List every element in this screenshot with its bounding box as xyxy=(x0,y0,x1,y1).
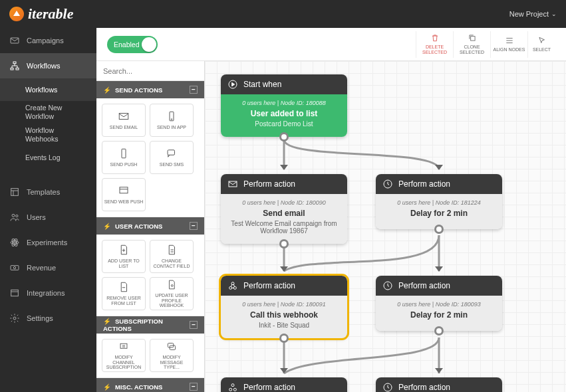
svg-rect-27 xyxy=(229,181,237,187)
node-bottom-2[interactable]: Perform action xyxy=(376,377,502,392)
tile-modify-channel[interactable]: MODIFY CHANNEL SUBSCRIPTION xyxy=(102,339,146,372)
section-user-actions[interactable]: ⚡USER ACTIONS − xyxy=(96,217,204,235)
clock-icon xyxy=(382,280,393,291)
tile-modify-msgtype[interactable]: MODIFY MESSAGE TYPE... xyxy=(150,339,194,372)
sidebar-item-workflows[interactable]: Workflows xyxy=(0,53,96,78)
money-icon xyxy=(9,262,20,273)
svg-rect-23 xyxy=(120,343,127,348)
clock-icon xyxy=(382,382,393,392)
play-icon xyxy=(227,79,238,90)
sidebar-label: Revenue xyxy=(27,264,56,272)
tile-change-contact[interactable]: CHANGE CONTACT FIELD xyxy=(150,240,194,273)
node-bottom-1[interactable]: Perform action xyxy=(221,377,347,392)
bolt-icon: ⚡ xyxy=(103,86,111,94)
envelope-icon xyxy=(227,179,238,189)
svg-point-14 xyxy=(13,317,16,320)
tile-send-sms[interactable]: SEND SMS xyxy=(150,141,194,174)
collapse-icon[interactable]: − xyxy=(190,222,198,230)
sidebar-sub-eventslog[interactable]: Events Log xyxy=(0,146,96,169)
clone-selected-button[interactable]: CLONE SELECTED xyxy=(453,31,490,58)
svg-rect-2 xyxy=(11,68,13,70)
collapse-icon[interactable]: − xyxy=(190,383,198,391)
port-out[interactable] xyxy=(279,334,289,343)
svg-rect-4 xyxy=(11,189,19,196)
toolbar-actions: DELETE SELECTED CLONE SELECTED ALIGN NOD… xyxy=(416,31,555,58)
sidebar-item-users[interactable]: Users xyxy=(0,205,96,230)
enabled-toggle[interactable]: Enabled xyxy=(107,36,158,53)
tile-update-profile[interactable]: UPDATE USER PROFILE WEBHOOK xyxy=(150,277,194,310)
svg-point-22 xyxy=(171,284,173,286)
section-subscription-actions[interactable]: ⚡SUBSCRIPTION ACTIONS − xyxy=(96,316,204,334)
node-delay-1[interactable]: Perform action 0 users here | Node ID: 1… xyxy=(376,174,502,229)
sidebar-item-experiments[interactable]: Experiments xyxy=(0,230,96,255)
svg-point-7 xyxy=(14,242,16,244)
clock-icon xyxy=(382,179,393,189)
sidebar-sub-create[interactable]: Create New Workflow xyxy=(0,101,96,124)
arrow-icon xyxy=(280,266,288,272)
section-send-actions[interactable]: ⚡SEND ACTIONS − xyxy=(96,81,204,98)
svg-rect-17 xyxy=(170,112,174,121)
sidebar-sub-workflows[interactable]: Workflows xyxy=(0,78,96,101)
svg-rect-11 xyxy=(11,266,19,270)
project-dropdown[interactable]: New Project ⌄ xyxy=(509,10,557,18)
tile-send-web-push[interactable]: SEND WEB PUSH xyxy=(102,178,146,211)
node-header: Start when xyxy=(221,74,347,94)
port-out[interactable] xyxy=(279,132,289,142)
send-actions-tiles: SEND EMAIL SEND IN APP SEND PUSH SEND SM… xyxy=(96,98,204,217)
templates-icon xyxy=(9,187,20,197)
tile-send-email[interactable]: SEND EMAIL xyxy=(102,104,146,137)
svg-point-18 xyxy=(171,119,172,120)
port-out[interactable] xyxy=(279,239,289,248)
delete-selected-button[interactable]: DELETE SELECTED xyxy=(416,31,453,58)
svg-rect-3 xyxy=(16,68,19,70)
node-webhook[interactable]: Perform action 0 users here | Node ID: 1… xyxy=(221,276,347,338)
svg-rect-20 xyxy=(168,150,175,155)
node-send-email[interactable]: Perform action 0 users here | Node ID: 1… xyxy=(221,174,347,244)
sidebar-item-campaigns[interactable]: Campaigns xyxy=(0,28,96,53)
svg-point-6 xyxy=(16,215,18,217)
workflow-canvas[interactable]: Start when 0 users here | Node ID: 18008… xyxy=(205,61,566,392)
select-button[interactable]: SELECT xyxy=(527,31,555,58)
collapse-icon[interactable]: − xyxy=(190,86,198,94)
arrow-icon xyxy=(435,266,443,272)
bolt-icon: ⚡ xyxy=(103,383,111,391)
copy-icon xyxy=(468,33,477,43)
chevron-down-icon: ⌄ xyxy=(551,11,557,17)
svg-point-5 xyxy=(12,214,15,217)
node-start[interactable]: Start when 0 users here | Node ID: 18008… xyxy=(221,74,347,137)
section-misc-actions[interactable]: ⚡MISC. ACTIONS − xyxy=(96,378,204,392)
tile-remove-user[interactable]: REMOVE USER FROM LIST xyxy=(102,277,146,310)
tile-send-in-app[interactable]: SEND IN APP xyxy=(150,104,194,137)
subscription-actions-tiles: MODIFY CHANNEL SUBSCRIPTION MODIFY MESSA… xyxy=(96,334,204,378)
search-input[interactable] xyxy=(103,67,198,75)
arrow-icon xyxy=(435,368,443,373)
sidebar-item-settings[interactable]: Settings xyxy=(0,306,96,331)
user-actions-tiles: ADD USER TO LIST CHANGE CONTACT FIELD RE… xyxy=(96,235,204,316)
action-palette: ⚡SEND ACTIONS − SEND EMAIL SEND IN APP S… xyxy=(96,61,205,392)
node-delay-2[interactable]: Perform action 0 users here | Node ID: 1… xyxy=(376,276,502,331)
port-out[interactable] xyxy=(434,326,444,336)
align-nodes-button[interactable]: ALIGN NODES xyxy=(490,31,527,58)
workflow-icon xyxy=(9,60,20,71)
svg-rect-15 xyxy=(470,37,474,41)
sidebar-label: Experiments xyxy=(27,239,67,246)
sidebar-item-integrations[interactable]: Integrations xyxy=(0,280,96,306)
sidebar-sub-webhooks[interactable]: Workflow Webhooks xyxy=(0,124,96,146)
window-icon xyxy=(9,288,20,298)
webhook-icon xyxy=(227,280,238,291)
sidebar-item-revenue[interactable]: Revenue xyxy=(0,255,96,280)
collapse-icon[interactable]: − xyxy=(190,321,198,329)
arrow-icon xyxy=(280,165,288,170)
tile-add-user[interactable]: ADD USER TO LIST xyxy=(102,240,146,273)
svg-rect-21 xyxy=(120,187,128,193)
sidebar-item-templates[interactable]: Templates xyxy=(0,179,96,205)
port-out[interactable] xyxy=(434,225,444,234)
users-icon xyxy=(9,212,20,223)
brand-logo: iterable xyxy=(9,5,73,23)
svg-rect-0 xyxy=(11,38,19,43)
tile-send-push[interactable]: SEND PUSH xyxy=(102,141,146,174)
sidebar: Campaigns Workflows Workflows Create New… xyxy=(0,28,96,392)
svg-point-34 xyxy=(233,388,236,391)
bolt-icon: ⚡ xyxy=(103,318,111,325)
atom-icon xyxy=(9,237,20,248)
